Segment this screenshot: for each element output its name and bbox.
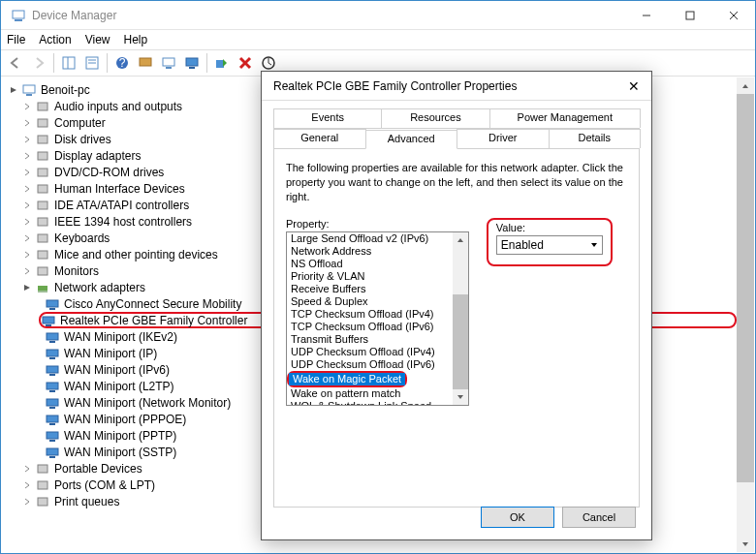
maximize-button[interactable] <box>668 1 711 29</box>
list-scrollbar[interactable] <box>453 232 468 405</box>
show-hide-icon[interactable] <box>58 52 79 74</box>
computer-icon[interactable] <box>135 52 156 74</box>
tab-advanced[interactable]: Advanced <box>365 130 458 149</box>
network-adapter-icon <box>41 313 56 328</box>
expand-icon[interactable] <box>21 134 33 145</box>
uninstall-icon[interactable] <box>235 52 256 74</box>
network-adapter-icon <box>45 346 60 361</box>
menu-file[interactable]: File <box>7 33 25 46</box>
scroll-thumb[interactable] <box>453 294 468 388</box>
svg-rect-3 <box>686 12 694 19</box>
scroll-down-icon[interactable] <box>453 389 468 405</box>
expand-icon[interactable] <box>21 496 33 508</box>
scroll-up-icon[interactable] <box>453 232 468 248</box>
value-text: Enabled <box>501 238 544 252</box>
property-item[interactable]: Receive Buffers <box>287 283 453 295</box>
menubar: File Action View Help <box>1 30 755 49</box>
device-icon <box>35 214 50 230</box>
property-listbox[interactable]: Large Send Offload v2 (IPv6)Network Addr… <box>286 231 469 406</box>
svg-rect-48 <box>49 390 55 392</box>
tree-scrollbar[interactable] <box>737 77 754 552</box>
tab-details[interactable]: Details <box>549 129 642 148</box>
svg-rect-57 <box>38 465 47 473</box>
property-item[interactable]: TCP Checksum Offload (IPv4) <box>287 308 453 321</box>
properties-dialog: Realtek PCIe GBE Family Controller Prope… <box>261 71 652 540</box>
property-item[interactable]: WOL & Shutdown Link Speed <box>287 400 453 406</box>
device-icon <box>35 115 50 131</box>
scan-icon[interactable] <box>158 52 179 74</box>
expand-icon[interactable] <box>21 101 33 112</box>
svg-rect-34 <box>38 267 47 275</box>
collapse-icon[interactable] <box>8 84 19 96</box>
device-icon <box>35 263 50 279</box>
svg-rect-46 <box>49 374 55 376</box>
close-button[interactable] <box>711 1 755 29</box>
expand-icon[interactable] <box>21 232 33 244</box>
property-item[interactable]: Wake on pattern match <box>287 387 453 400</box>
expand-icon[interactable] <box>21 200 33 211</box>
svg-rect-22 <box>23 85 35 93</box>
scroll-down-icon[interactable] <box>737 536 754 552</box>
svg-rect-58 <box>38 481 47 489</box>
expand-icon[interactable] <box>21 167 33 178</box>
expand-icon[interactable] <box>21 249 33 261</box>
property-item[interactable]: UDP Checksum Offload (IPv4) <box>287 346 453 358</box>
svg-rect-43 <box>47 350 58 356</box>
svg-rect-28 <box>38 169 47 176</box>
tree-label: WAN Miniport (PPTP) <box>64 429 176 443</box>
menu-help[interactable]: Help <box>124 33 148 46</box>
tab-power-management[interactable]: Power Management <box>489 108 641 128</box>
svg-rect-24 <box>38 103 47 110</box>
property-item[interactable]: TCP Checksum Offload (IPv6) <box>287 321 453 333</box>
tab-resources[interactable]: Resources <box>381 108 489 128</box>
property-item[interactable]: UDP Checksum Offload (IPv6) <box>287 358 453 371</box>
minimize-button[interactable] <box>624 1 668 29</box>
properties-icon[interactable] <box>81 52 103 74</box>
value-group-highlight: Value: Enabled <box>487 218 613 266</box>
computer-icon <box>21 82 37 98</box>
monitor-icon[interactable] <box>181 52 203 74</box>
value-dropdown[interactable]: Enabled <box>496 235 603 255</box>
property-item[interactable]: NS Offload <box>287 258 453 270</box>
svg-rect-23 <box>26 94 32 96</box>
menu-action[interactable]: Action <box>39 33 71 46</box>
tab-strip: Events Resources Power Management Genera… <box>273 108 640 149</box>
ok-button[interactable]: OK <box>481 507 554 528</box>
property-item[interactable]: Speed & Duplex <box>287 295 453 308</box>
property-item[interactable]: Large Send Offload v2 (IPv6) <box>287 232 453 245</box>
tab-general[interactable]: General <box>273 129 366 148</box>
expand-icon[interactable] <box>21 479 33 491</box>
device-icon <box>35 461 50 477</box>
svg-rect-53 <box>47 432 58 439</box>
svg-rect-45 <box>47 366 58 373</box>
expand-icon[interactable] <box>21 150 33 162</box>
forward-icon[interactable] <box>28 52 49 74</box>
expand-icon[interactable] <box>21 216 33 228</box>
scroll-thumb[interactable] <box>737 94 754 482</box>
dialog-close-icon[interactable]: ✕ <box>628 78 640 94</box>
network-adapter-icon <box>45 395 60 411</box>
property-item[interactable]: Priority & VLAN <box>287 270 453 283</box>
collapse-icon[interactable] <box>21 282 33 293</box>
back-icon[interactable] <box>5 52 26 74</box>
enable-icon[interactable] <box>211 52 233 74</box>
tab-driver[interactable]: Driver <box>457 129 550 148</box>
scroll-up-icon[interactable] <box>737 77 754 94</box>
expand-icon[interactable] <box>21 183 33 195</box>
device-icon <box>35 477 50 493</box>
svg-rect-17 <box>189 67 195 69</box>
expand-icon[interactable] <box>21 265 33 277</box>
expand-icon[interactable] <box>21 463 33 475</box>
property-item[interactable]: Network Address <box>287 245 453 258</box>
property-item[interactable]: Wake on Magic Packet <box>289 373 405 385</box>
device-icon <box>35 165 50 180</box>
svg-rect-35 <box>38 286 47 291</box>
help-icon[interactable]: ? <box>111 52 133 74</box>
property-item[interactable]: Transmit Buffers <box>287 333 453 346</box>
menu-view[interactable]: View <box>85 33 110 46</box>
app-icon <box>11 8 26 23</box>
tab-events[interactable]: Events <box>273 108 382 128</box>
cancel-button[interactable]: Cancel <box>562 507 636 528</box>
expand-icon[interactable] <box>21 117 33 129</box>
svg-rect-26 <box>38 136 47 143</box>
